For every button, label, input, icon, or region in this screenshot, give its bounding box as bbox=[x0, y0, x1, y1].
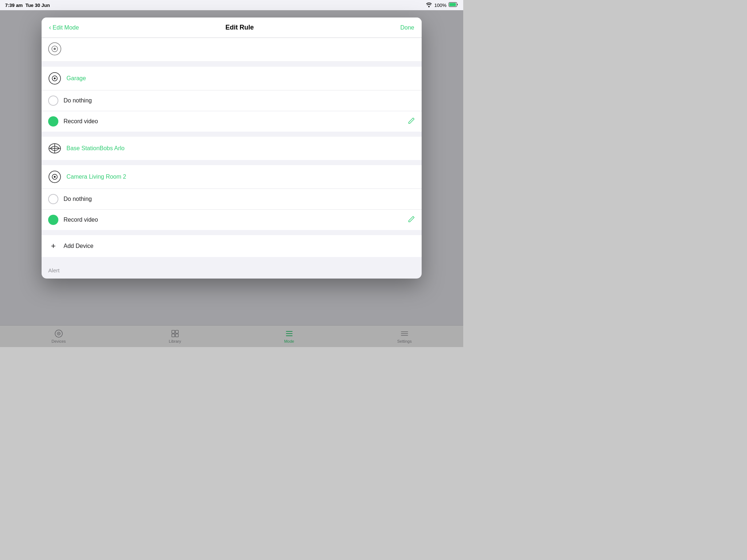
partial-camera-icon bbox=[48, 42, 61, 55]
status-time: 7:39 am Tue 30 Jun bbox=[5, 3, 50, 8]
battery-percent: 100% bbox=[434, 3, 446, 8]
battery-icon bbox=[449, 2, 458, 8]
garage-record-video-row[interactable]: Record video bbox=[42, 111, 421, 132]
base-station-icon bbox=[48, 142, 61, 155]
svg-rect-2 bbox=[449, 3, 456, 6]
back-label: Edit Mode bbox=[53, 24, 79, 31]
garage-do-nothing-label: Do nothing bbox=[63, 97, 415, 104]
svg-point-18 bbox=[54, 48, 56, 50]
garage-edit-icon[interactable] bbox=[408, 117, 415, 126]
status-icons: 100% bbox=[426, 2, 458, 8]
modal-overlay: ‹ Edit Mode Edit Rule Done bbox=[0, 10, 463, 347]
garage-device-header[interactable]: Garage bbox=[42, 67, 421, 90]
add-device-row[interactable]: + Add Device bbox=[42, 235, 421, 257]
sep-1 bbox=[42, 62, 421, 67]
lr2-record-video-row[interactable]: Record video bbox=[42, 210, 421, 230]
done-button[interactable]: Done bbox=[400, 24, 414, 31]
lr2-record-video-radio[interactable] bbox=[48, 215, 58, 225]
partial-top-card bbox=[42, 38, 421, 62]
modal-title: Edit Rule bbox=[225, 24, 254, 31]
garage-do-nothing-radio[interactable] bbox=[48, 96, 58, 106]
garage-record-video-radio[interactable] bbox=[48, 116, 58, 127]
svg-point-27 bbox=[54, 176, 56, 178]
base-station-name: Base StationBobs Arlo bbox=[66, 145, 124, 152]
living-room-2-name: Camera Living Room 2 bbox=[66, 174, 126, 180]
status-bar: 7:39 am Tue 30 Jun 100% bbox=[0, 0, 463, 10]
living-room-2-camera-icon bbox=[48, 170, 61, 183]
garage-record-video-label: Record video bbox=[63, 118, 402, 125]
sep-2 bbox=[42, 132, 421, 137]
lr2-do-nothing-row[interactable]: Do nothing bbox=[42, 189, 421, 210]
lr2-do-nothing-label: Do nothing bbox=[63, 196, 415, 202]
back-button[interactable]: ‹ Edit Mode bbox=[49, 24, 79, 31]
living-room-2-card: Camera Living Room 2 Do nothing Record v… bbox=[42, 165, 421, 230]
sep-5 bbox=[42, 257, 421, 262]
garage-name: Garage bbox=[66, 75, 86, 82]
lr2-do-nothing-radio[interactable] bbox=[48, 194, 58, 204]
alert-label: Alert bbox=[42, 262, 421, 279]
modal-header: ‹ Edit Mode Edit Rule Done bbox=[42, 18, 421, 38]
garage-device-card: Garage Do nothing Record video bbox=[42, 67, 421, 132]
garage-camera-icon bbox=[48, 72, 61, 85]
living-room-2-header[interactable]: Camera Living Room 2 bbox=[42, 165, 421, 189]
base-station-header[interactable]: Base StationBobs Arlo bbox=[42, 137, 421, 160]
add-device-card[interactable]: + Add Device bbox=[42, 235, 421, 257]
back-chevron-icon: ‹ bbox=[49, 24, 51, 31]
sep-4 bbox=[42, 230, 421, 235]
lr2-record-video-label: Record video bbox=[63, 217, 402, 223]
svg-point-0 bbox=[428, 6, 430, 7]
sep-3 bbox=[42, 160, 421, 165]
add-device-plus-icon: + bbox=[48, 241, 58, 251]
garage-do-nothing-row[interactable]: Do nothing bbox=[42, 90, 421, 111]
base-station-card: Base StationBobs Arlo bbox=[42, 137, 421, 160]
lr2-edit-icon[interactable] bbox=[408, 215, 415, 225]
add-device-label: Add Device bbox=[63, 243, 93, 249]
modal-content[interactable]: Garage Do nothing Record video bbox=[42, 38, 421, 279]
edit-rule-modal: ‹ Edit Mode Edit Rule Done bbox=[42, 18, 421, 279]
wifi-icon bbox=[426, 2, 432, 8]
svg-point-21 bbox=[54, 78, 56, 79]
